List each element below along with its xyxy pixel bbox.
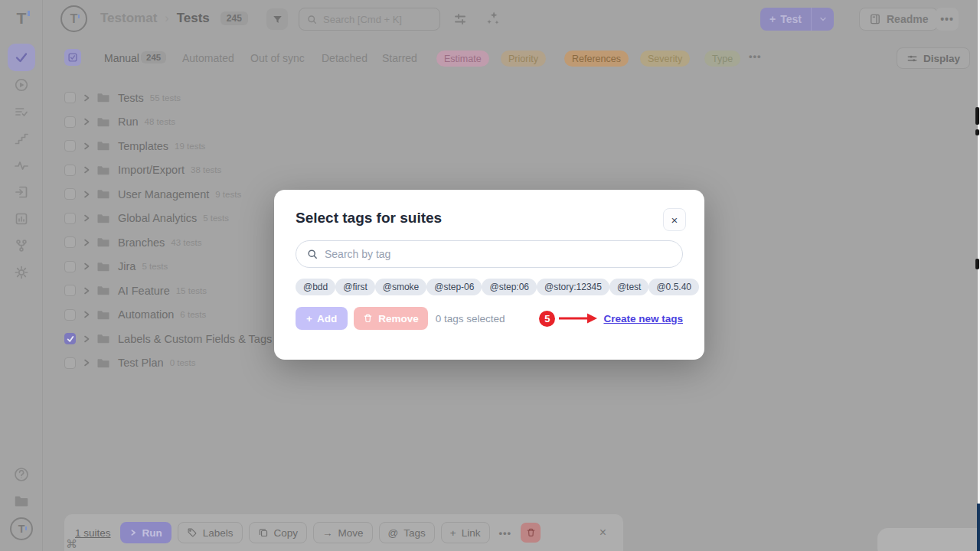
- tag-chip[interactable]: @first: [335, 279, 375, 295]
- global-search-input[interactable]: [323, 14, 423, 25]
- bulk-bar-close-button[interactable]: ×: [599, 526, 606, 540]
- tags-button[interactable]: @ Tags: [379, 522, 435, 543]
- project-logo-icon[interactable]: T: [60, 5, 87, 32]
- selected-suites-link[interactable]: 1 suites: [75, 527, 111, 539]
- suite-name[interactable]: Templates: [118, 140, 168, 152]
- sidebar-item-branches[interactable]: [14, 238, 29, 253]
- tag-chip[interactable]: @test: [609, 279, 649, 295]
- sidebar-item-projects[interactable]: [13, 493, 30, 510]
- topbar-more-button[interactable]: •••: [936, 8, 959, 31]
- suite-checkbox[interactable]: [64, 261, 76, 272]
- chevron-right-icon[interactable]: [82, 214, 91, 223]
- scrollbar-thumb[interactable]: [975, 129, 979, 135]
- remove-tags-button[interactable]: Remove: [354, 307, 428, 330]
- chevron-right-icon[interactable]: [82, 142, 91, 151]
- chevron-right-icon[interactable]: [82, 310, 91, 319]
- suite-name[interactable]: AI Feature: [118, 285, 170, 297]
- suite-checkbox[interactable]: [64, 357, 76, 369]
- app-logo-icon[interactable]: T: [0, 9, 43, 28]
- suite-checkbox[interactable]: [64, 165, 76, 176]
- bulk-more-button[interactable]: •••: [496, 527, 515, 539]
- ai-sparkles-icon[interactable]: [485, 10, 501, 27]
- filter-more-button[interactable]: •••: [749, 51, 762, 62]
- chevron-right-icon[interactable]: [82, 190, 91, 199]
- breadcrumb-page[interactable]: Tests: [177, 11, 210, 26]
- suite-row[interactable]: Branches 43 tests: [64, 230, 304, 255]
- tab-automated[interactable]: Automated: [182, 52, 234, 64]
- sidebar-item-help[interactable]: [13, 466, 30, 483]
- suite-checkbox[interactable]: [64, 285, 76, 296]
- sidebar-item-steps[interactable]: [14, 131, 29, 146]
- modal-close-button[interactable]: ×: [663, 208, 686, 231]
- tab-out-of-sync[interactable]: Out of sync: [250, 52, 305, 64]
- tab-manual[interactable]: Manual: [104, 52, 139, 64]
- suite-name[interactable]: Branches: [118, 236, 165, 249]
- filter-chip-severity[interactable]: Severity: [640, 51, 690, 67]
- filter-chip-references[interactable]: References: [564, 51, 629, 67]
- display-button[interactable]: Display: [897, 47, 970, 69]
- sidebar-item-tests[interactable]: [8, 44, 35, 71]
- filter-chip-type[interactable]: Type: [704, 51, 740, 67]
- add-tags-button[interactable]: + Add: [296, 307, 348, 330]
- global-search[interactable]: [299, 8, 440, 31]
- chevron-right-icon[interactable]: [82, 117, 91, 126]
- suite-checkbox[interactable]: [64, 236, 76, 248]
- suite-row[interactable]: AI Feature 15 tests: [64, 279, 304, 303]
- suite-name[interactable]: Automation: [118, 308, 174, 321]
- suite-name[interactable]: Labels & Custom Fields & Tags: [118, 333, 272, 345]
- suite-checkbox[interactable]: [64, 213, 76, 224]
- tab-detached[interactable]: Detached: [322, 52, 368, 64]
- sidebar-item-analytics[interactable]: [14, 211, 29, 227]
- chevron-right-icon[interactable]: [82, 286, 91, 295]
- chevron-right-icon[interactable]: [82, 262, 91, 271]
- tag-chip[interactable]: @0.5.40: [648, 279, 699, 295]
- create-new-tags-link[interactable]: Create new tags: [603, 313, 683, 324]
- create-test-button[interactable]: + Test: [760, 8, 811, 31]
- suite-checkbox[interactable]: [64, 92, 76, 103]
- tune-icon[interactable]: [452, 11, 468, 27]
- chevron-right-icon[interactable]: [82, 238, 91, 247]
- filter-button[interactable]: [266, 8, 288, 30]
- suite-name[interactable]: Run: [118, 116, 139, 128]
- tab-starred[interactable]: Starred: [382, 52, 417, 64]
- suite-row[interactable]: Tests 55 tests: [64, 86, 304, 110]
- readme-button[interactable]: Readme: [859, 8, 938, 31]
- suite-row[interactable]: Automation 6 tests: [64, 303, 304, 328]
- suite-name[interactable]: Test Plan: [118, 357, 164, 369]
- tag-search-input[interactable]: [325, 248, 672, 260]
- suite-row[interactable]: Global Analytics 5 tests: [64, 207, 304, 231]
- suite-checkbox[interactable]: [64, 140, 76, 152]
- suite-row-selected[interactable]: Labels & Custom Fields & Tags 2 tests: [64, 327, 304, 351]
- filter-chip-estimate[interactable]: Estimate: [436, 51, 489, 67]
- tag-chip[interactable]: @bdd: [296, 279, 335, 295]
- tag-search[interactable]: [296, 240, 683, 268]
- link-button[interactable]: + Link: [441, 522, 490, 543]
- tag-chip[interactable]: @step-06: [426, 279, 482, 295]
- suite-name[interactable]: Import/Export: [118, 164, 185, 176]
- suite-row[interactable]: Jira 5 tests: [64, 255, 304, 279]
- tag-chip[interactable]: @step:06: [482, 279, 537, 295]
- chevron-right-icon[interactable]: [82, 165, 91, 174]
- suite-checkbox[interactable]: [64, 309, 76, 321]
- scrollbar-thumb[interactable]: [975, 107, 979, 125]
- bulk-select-icon[interactable]: [64, 49, 81, 66]
- chevron-right-icon[interactable]: [82, 93, 91, 103]
- tag-chip[interactable]: @story:12345: [537, 279, 609, 295]
- sidebar-item-test-plans[interactable]: [14, 104, 29, 119]
- copy-button[interactable]: Copy: [249, 522, 308, 543]
- suite-row[interactable]: Templates 19 tests: [64, 134, 304, 158]
- sidebar-item-settings[interactable]: [14, 265, 29, 280]
- sidebar-profile-logo[interactable]: T: [10, 517, 33, 540]
- sidebar-item-pulse[interactable]: [14, 158, 29, 173]
- suite-row[interactable]: Import/Export 38 tests: [64, 158, 304, 183]
- suite-checkbox[interactable]: [64, 116, 76, 128]
- labels-button[interactable]: Labels: [178, 522, 243, 543]
- run-button[interactable]: Run: [120, 522, 172, 543]
- suite-name[interactable]: Global Analytics: [118, 212, 197, 224]
- tag-chip[interactable]: @smoke: [375, 279, 427, 295]
- move-button[interactable]: → Move: [313, 522, 373, 543]
- suite-row[interactable]: Run 48 tests: [64, 110, 304, 135]
- filter-chip-priority[interactable]: Priority: [501, 51, 546, 67]
- suite-name[interactable]: Tests: [118, 92, 144, 104]
- suite-checkbox-checked[interactable]: [64, 333, 76, 344]
